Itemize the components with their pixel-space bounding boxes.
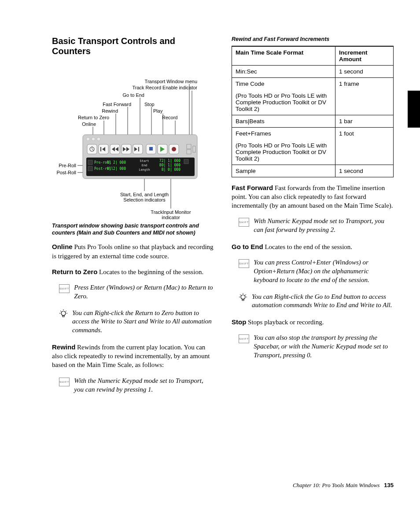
tip-end: You can Right-click the Go to End button… bbox=[239, 293, 394, 310]
svg-point-60 bbox=[241, 295, 245, 299]
increments-table: Main Time Scale Format Increment Amount … bbox=[232, 46, 394, 177]
svg-text:80| 1| 000: 80| 1| 000 bbox=[159, 163, 181, 167]
svg-text:72| 1| 000: 72| 1| 000 bbox=[159, 159, 181, 163]
shortcut-icon: SHIFT bbox=[59, 284, 70, 293]
svg-line-57 bbox=[66, 311, 66, 312]
shortcut-icon: SHIFT bbox=[59, 378, 70, 386]
svg-rect-45 bbox=[88, 166, 92, 171]
svg-rect-42 bbox=[193, 146, 195, 152]
para-go-to-end: Go to End Locates to the end of the sess… bbox=[232, 242, 394, 251]
lightbulb-icon bbox=[59, 309, 68, 319]
note-ff: SHIFT With Numeric Keypad mode set to Tr… bbox=[239, 217, 394, 235]
note-stop: SHIFT You can also stop the transport by… bbox=[239, 334, 394, 360]
para-online: Online Puts Pro Tools online so that pla… bbox=[52, 242, 214, 261]
figure-caption: Transport window showing basic transport… bbox=[52, 223, 214, 236]
svg-rect-54 bbox=[63, 316, 64, 317]
page-footer: Chapter 10: Pro Tools Main Windows135 bbox=[293, 482, 394, 489]
lightbulb-icon bbox=[239, 293, 247, 303]
svg-line-63 bbox=[240, 294, 241, 295]
svg-point-39 bbox=[172, 147, 176, 151]
svg-point-53 bbox=[61, 311, 66, 316]
svg-rect-52 bbox=[184, 159, 188, 164]
table-title: Rewind and Fast Forward Increments bbox=[232, 36, 394, 43]
transport-svg: Pre-roll 0| 2| 000 Post-roll 0| 2| 000 S… bbox=[52, 64, 210, 218]
shortcut-icon: SHIFT bbox=[239, 334, 249, 343]
para-fast-forward: Fast Forward Fast forwards from the Time… bbox=[232, 183, 394, 210]
tip-return-zero: You can Right-click the Return to Zero b… bbox=[59, 309, 214, 335]
postroll-val: 0| 2| 000 bbox=[107, 167, 126, 171]
shortcut-icon: SHIFT bbox=[239, 259, 249, 268]
svg-point-17 bbox=[97, 137, 100, 141]
svg-text:Start: Start bbox=[140, 159, 149, 163]
th-format: Main Time Scale Format bbox=[232, 46, 335, 66]
svg-text:End: End bbox=[142, 164, 147, 167]
preroll-val: 0| 2| 000 bbox=[107, 161, 126, 165]
svg-text:Length: Length bbox=[139, 168, 150, 172]
svg-rect-23 bbox=[100, 147, 101, 151]
svg-line-64 bbox=[245, 294, 246, 295]
note-return-zero: SHIFT Press Enter (Windows) or Return (M… bbox=[59, 283, 214, 301]
svg-point-16 bbox=[92, 137, 95, 141]
shortcut-icon: SHIFT bbox=[239, 218, 249, 227]
svg-rect-41 bbox=[187, 150, 191, 154]
svg-line-56 bbox=[60, 311, 61, 312]
svg-rect-44 bbox=[88, 160, 92, 165]
svg-point-15 bbox=[86, 137, 90, 141]
transport-figure: Online Return to Zero Rewind Fast Forwar… bbox=[52, 64, 214, 218]
para-return-zero: Return to Zero Locates to the beginning … bbox=[52, 268, 214, 276]
svg-rect-61 bbox=[242, 299, 244, 301]
section-title: Basic Transport Controls and Counters bbox=[52, 36, 214, 56]
note-end: SHIFT You can press Control+Enter (Windo… bbox=[239, 258, 394, 284]
para-stop: Stop Stops playback or recording. bbox=[232, 318, 394, 327]
svg-rect-40 bbox=[187, 144, 191, 149]
svg-text:8| 0| 000: 8| 0| 000 bbox=[162, 168, 181, 172]
th-increment: Increment Amount bbox=[335, 46, 393, 66]
svg-rect-35 bbox=[149, 147, 153, 150]
note-rewind: SHIFT With the Numeric Keypad mode set t… bbox=[59, 377, 214, 394]
para-rewind: Rewind Rewinds from the current play loc… bbox=[52, 343, 214, 370]
svg-rect-33 bbox=[138, 147, 139, 151]
thumb-tab bbox=[408, 91, 420, 128]
